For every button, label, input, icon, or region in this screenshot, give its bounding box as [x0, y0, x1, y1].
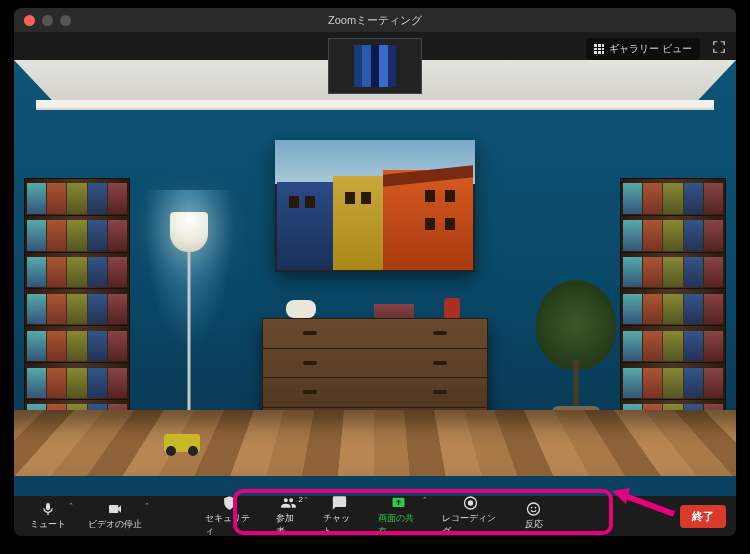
video-camera-icon	[107, 501, 123, 517]
chevron-up-icon[interactable]: ⌃	[422, 496, 428, 504]
chat-icon	[332, 495, 348, 511]
participants-label: 参加者	[276, 512, 301, 537]
security-label: セキュリティ	[205, 512, 255, 537]
share-screen-button[interactable]: 画面の共有 ⌃	[368, 493, 429, 537]
svg-point-5	[535, 507, 537, 509]
svg-point-4	[531, 507, 533, 509]
fullscreen-button[interactable]	[712, 40, 726, 54]
fullscreen-icon	[712, 40, 726, 54]
smile-icon	[526, 501, 542, 517]
chevron-up-icon[interactable]: ⌃	[68, 502, 74, 510]
participants-icon	[281, 495, 297, 511]
end-meeting-button[interactable]: 終了	[680, 505, 726, 528]
chevron-up-icon[interactable]: ⌃	[303, 496, 309, 504]
svg-point-2	[468, 500, 473, 505]
share-label: 画面の共有	[378, 512, 419, 537]
svg-point-3	[528, 503, 540, 515]
meeting-window: Zoomミーティング ギャラリー ビュー	[14, 8, 736, 536]
reactions-label: 反応	[525, 518, 543, 531]
window-title: Zoomミーティング	[14, 13, 736, 28]
end-label: 終了	[692, 510, 714, 522]
gallery-view-label: ギャラリー ビュー	[609, 42, 692, 56]
record-button[interactable]: レコーディング	[432, 493, 510, 537]
reactions-button[interactable]: 反応	[512, 493, 556, 537]
mute-button[interactable]: ミュート ⌃	[20, 499, 76, 533]
chat-button[interactable]: チャット	[313, 493, 366, 537]
stop-video-button[interactable]: ビデオの停止 ⌃	[78, 499, 152, 533]
shield-icon	[221, 495, 237, 511]
chevron-up-icon[interactable]: ⌃	[144, 502, 150, 510]
titlebar: Zoomミーティング	[14, 8, 736, 32]
security-button[interactable]: セキュリティ	[195, 493, 265, 537]
annotation-arrow	[606, 480, 676, 524]
participants-button[interactable]: 参加者 2 ⌃	[266, 493, 311, 537]
main-video-area	[14, 60, 736, 496]
self-video-thumbnail[interactable]	[328, 38, 422, 94]
microphone-icon	[40, 501, 56, 517]
record-icon	[463, 495, 479, 511]
gallery-view-button[interactable]: ギャラリー ビュー	[586, 38, 700, 60]
self-video-pixelated	[354, 45, 396, 87]
chat-label: チャット	[323, 512, 356, 537]
video-label: ビデオの停止	[88, 518, 142, 531]
grid-icon	[594, 44, 604, 54]
share-screen-icon	[391, 495, 407, 511]
mute-label: ミュート	[30, 518, 66, 531]
record-label: レコーディング	[442, 512, 500, 537]
